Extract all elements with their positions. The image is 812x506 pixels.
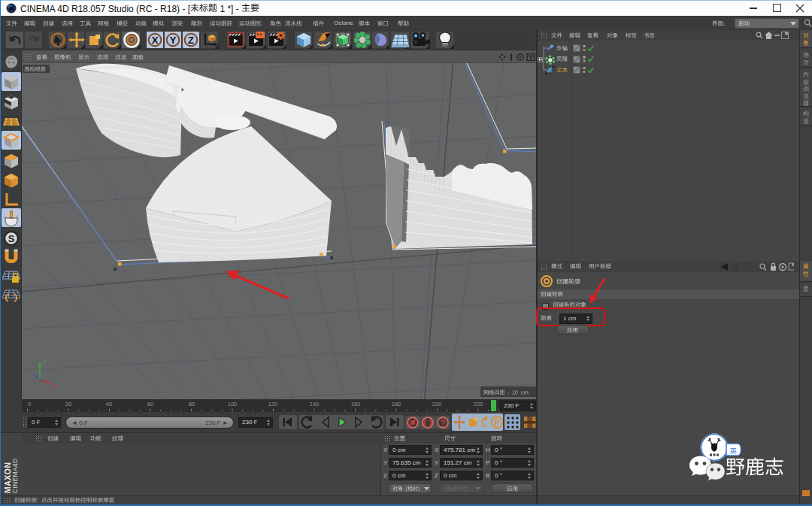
svg-text:40: 40 [106,401,112,408]
svg-text:60: 60 [147,401,153,408]
svg-text:?: ? [440,418,445,429]
svg-text:P: P [495,419,500,427]
svg-text:200: 200 [432,401,442,408]
svg-text:220: 220 [474,401,483,408]
svg-text:0: 0 [28,401,31,408]
svg-text:S: S [8,233,15,244]
svg-text:120: 120 [268,401,278,408]
svg-text:100: 100 [228,401,238,408]
svg-text:Z: Z [188,35,194,46]
svg-text:80: 80 [189,401,195,408]
svg-text:20: 20 [65,401,71,408]
svg-text:160: 160 [351,401,361,408]
svg-text:140: 140 [310,401,320,408]
svg-text:X: X [52,383,56,389]
svg-text:X: X [152,35,159,46]
svg-text:180: 180 [392,401,401,408]
svg-text:Y: Y [43,359,47,365]
svg-text:Y: Y [170,35,177,46]
